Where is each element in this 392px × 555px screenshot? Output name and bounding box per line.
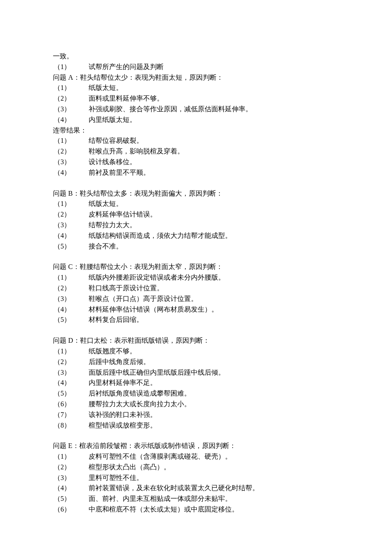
- num: （1）: [53, 136, 73, 146]
- num: （1）: [53, 346, 73, 357]
- qc-heading: 问题 C：鞋腰结帮位太小：表现为鞋面太窄，原因判断：: [53, 262, 340, 272]
- qa-result-1: （1） 结帮位容易破裂。: [53, 136, 340, 146]
- num: （6）: [53, 399, 73, 410]
- qc-item-2: （2） 鞋口线高于原设计位置。: [53, 283, 340, 294]
- num: （7）: [53, 410, 73, 420]
- qc-item-5: （5） 材料复合后回缩。: [53, 315, 340, 325]
- qd-item-2: （2） 后踵中线角度后倾。: [53, 357, 340, 367]
- qe-item-3: （3） 里料可塑性不佳。: [53, 473, 340, 483]
- qa-reason-1: （1） 纸版太短。: [53, 83, 340, 93]
- text: 纸版太短。: [73, 83, 340, 93]
- text: 纸版结构错误而造成，须依大力结帮才能成型。: [73, 231, 340, 241]
- num: （5）: [53, 388, 73, 399]
- qd-item-6: （6） 腰帮拉力太大或长度向拉力太小。: [53, 399, 340, 410]
- pre-question-num: （1）: [53, 62, 73, 72]
- qa-reason-4: （4） 内里纸版太短。: [53, 115, 340, 125]
- qb-item-2: （2） 皮料延伸率估计错误。: [53, 209, 340, 220]
- qb-heading: 问题 B：鞋头结帮位太多：表现为鞋面偏大，原因判断：: [53, 188, 340, 199]
- qa-reason-3: （3） 补强或刷胶、接合等作业原因，减低原估面料延伸率。: [53, 104, 340, 115]
- text: 面版后踵中线正确但内里纸版后踵中线后倾。: [73, 367, 340, 378]
- qa-result-2: （2） 鞋喉点升高，影响脱楦及穿着。: [53, 146, 340, 157]
- qa-result-3: （3） 设计线条移位。: [53, 157, 340, 168]
- num: （5）: [53, 494, 73, 504]
- text: 楦型形状太凸出（高凸）。: [73, 462, 340, 473]
- qe-item-1: （1） 皮料可塑性不佳（含薄膜剥离或碰花、硬壳）。: [53, 451, 340, 462]
- num: （3）: [53, 473, 73, 483]
- text: 纸版内外腰差距设定错误或者未分内外腰版。: [73, 272, 340, 283]
- text: 内里纸版太短。: [73, 115, 340, 125]
- num: （3）: [53, 157, 73, 168]
- num: （5）: [53, 315, 73, 325]
- num: （2）: [53, 357, 73, 367]
- text: 纸版太短。: [73, 199, 340, 209]
- num: （1）: [53, 83, 73, 93]
- qd-item-1: （1） 纸版翘度不够。: [53, 346, 340, 357]
- qe-item-6: （6） 中底和楦底不符（太长或太短）或中底固定移位。: [53, 504, 340, 515]
- qb-item-4: （4） 纸版结构错误而造成，须依大力结帮才能成型。: [53, 231, 340, 241]
- qd-item-7: （7） 该补强的鞋口未补强。: [53, 410, 340, 420]
- text: 中底和楦底不符（太长或太短）或中底固定移位。: [73, 504, 340, 515]
- num: （2）: [53, 93, 73, 104]
- text: 楦型错误或放楦变形。: [73, 420, 340, 431]
- num: （4）: [53, 483, 73, 494]
- qd-item-3: （3） 面版后踵中线正确但内里纸版后踵中线后倾。: [53, 367, 340, 378]
- qa-reason-2: （2） 面料或里料延伸率不够。: [53, 93, 340, 104]
- text: 纸版翘度不够。: [73, 346, 340, 357]
- qb-item-5: （5） 接合不准。: [53, 241, 340, 252]
- num: （4）: [53, 378, 73, 388]
- text: 前衬及前里不平顺。: [73, 168, 340, 178]
- text: 前衬装置错误，及未在软化时或装置太久已硬化时结帮。: [73, 483, 340, 494]
- text: 材料延伸率估计错误（网布材质易发生）。: [73, 304, 340, 315]
- text: 鞋喉点升高，影响脱楦及穿着。: [73, 146, 340, 157]
- num: （4）: [53, 304, 73, 315]
- text: 材料复合后回缩。: [73, 315, 340, 325]
- num: （4）: [53, 168, 73, 178]
- text: 鞋口线高于原设计位置。: [73, 283, 340, 294]
- qc-item-4: （4） 材料延伸率估计错误（网布材质易发生）。: [53, 304, 340, 315]
- qa-heading: 问题 A：鞋头结帮位太少：表现为鞋面太短，原因判断：: [53, 72, 340, 83]
- text: 皮料可塑性不佳（含薄膜剥离或碰花、硬壳）。: [73, 451, 340, 462]
- qa-result-label: 连带结果：: [53, 125, 340, 136]
- qa-result-4: （4） 前衬及前里不平顺。: [53, 168, 340, 178]
- qc-item-1: （1） 纸版内外腰差距设定错误或者未分内外腰版。: [53, 272, 340, 283]
- qd-item-5: （5） 后衬纸版角度错误造成攀帮困难。: [53, 388, 340, 399]
- qb-item-3: （3） 结帮拉力太大。: [53, 220, 340, 231]
- pre-question-text: 试帮所产生的问题及判断: [73, 62, 340, 72]
- text: 设计线条移位。: [73, 157, 340, 168]
- text: 后衬纸版角度错误造成攀帮困难。: [73, 388, 340, 399]
- pre-question-line: （1） 试帮所产生的问题及判断: [53, 62, 340, 72]
- qd-item-8: （8） 楦型错误或放楦变形。: [53, 420, 340, 431]
- num: （2）: [53, 462, 73, 473]
- qd-item-4: （4） 内里材料延伸率不足。: [53, 378, 340, 388]
- num: （1）: [53, 272, 73, 283]
- num: （2）: [53, 283, 73, 294]
- text: 腰帮拉力太大或长度向拉力太小。: [73, 399, 340, 410]
- qe-heading: 问题 E：楦表沿前段皱褶：表示纸版或制作错误，原因判断：: [53, 441, 340, 451]
- intro-text: 一致。: [53, 51, 340, 62]
- num: （5）: [53, 241, 73, 252]
- qb-item-1: （1） 纸版太短。: [53, 199, 340, 209]
- num: （8）: [53, 420, 73, 431]
- text: 补强或刷胶、接合等作业原因，减低原估面料延伸率。: [73, 104, 340, 115]
- num: （1）: [53, 199, 73, 209]
- num: （3）: [53, 220, 73, 231]
- text: 结帮拉力太大。: [73, 220, 340, 231]
- num: （4）: [53, 115, 73, 125]
- qe-item-5: （5） 面、前衬、内里未互相贴成一体或部分未贴牢。: [53, 494, 340, 504]
- num: （1）: [53, 451, 73, 462]
- text: 结帮位容易破裂。: [73, 136, 340, 146]
- text: 面料或里料延伸率不够。: [73, 93, 340, 104]
- text: 后踵中线角度后倾。: [73, 357, 340, 367]
- num: （2）: [53, 146, 73, 157]
- num: （2）: [53, 209, 73, 220]
- text: 鞋喉点（开口点）高于原设计位置。: [73, 294, 340, 304]
- num: （3）: [53, 294, 73, 304]
- qe-item-2: （2） 楦型形状太凸出（高凸）。: [53, 462, 340, 473]
- qe-item-4: （4） 前衬装置错误，及未在软化时或装置太久已硬化时结帮。: [53, 483, 340, 494]
- text: 该补强的鞋口未补强。: [73, 410, 340, 420]
- num: （4）: [53, 231, 73, 241]
- text: 面、前衬、内里未互相贴成一体或部分未贴牢。: [73, 494, 340, 504]
- num: （6）: [53, 504, 73, 515]
- text: 内里材料延伸率不足。: [73, 378, 340, 388]
- qd-heading: 问题 D：鞋口太松：表示鞋面纸版错误，原因判断：: [53, 335, 340, 346]
